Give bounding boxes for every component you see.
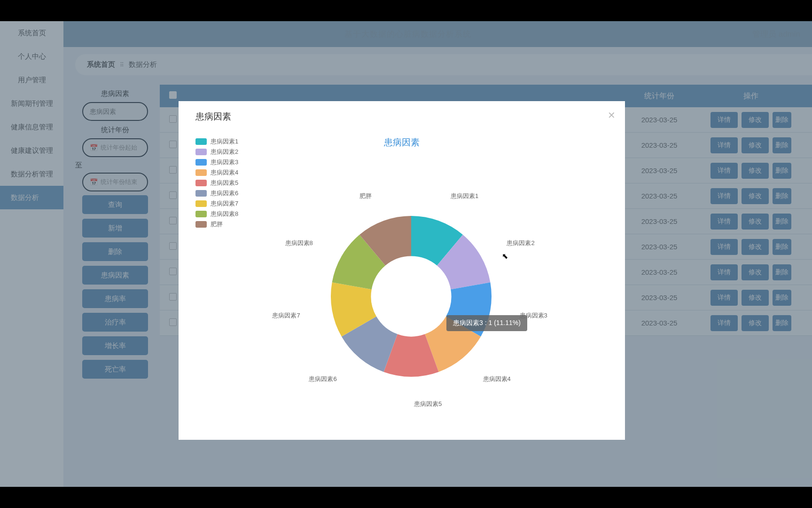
- legend-label: 患病因素6: [211, 189, 238, 198]
- legend-item[interactable]: 患病因素6: [195, 188, 238, 198]
- legend-swatch: [195, 169, 207, 176]
- legend-item[interactable]: 患病因素5: [195, 178, 238, 188]
- legend-item[interactable]: 患病因素7: [195, 198, 238, 209]
- chart-title: 患病因素: [179, 136, 625, 149]
- chart-tooltip: 患病因素3 : 1 (11.11%): [446, 315, 527, 331]
- legend-label: 患病因素5: [211, 179, 238, 187]
- legend-swatch: [195, 221, 207, 228]
- slice-label: 患病因素1: [451, 192, 478, 200]
- slice-label: 患病因素5: [414, 400, 442, 408]
- donut-chart: [322, 207, 500, 386]
- legend-swatch: [195, 190, 207, 197]
- slice-label: 患病因素8: [285, 239, 313, 247]
- legend-swatch: [195, 211, 207, 217]
- legend-label: 患病因素7: [211, 199, 238, 208]
- modal: 患病因素 ✕ 患病因素1患病因素2患病因素3患病因素4患病因素5患病因素6患病因…: [179, 101, 625, 440]
- legend-item[interactable]: 患病因素4: [195, 167, 238, 178]
- legend-label: 患病因素3: [211, 158, 238, 167]
- slice-label: 患病因素4: [483, 375, 511, 383]
- legend-swatch: [195, 159, 207, 166]
- chart-legend: 患病因素1患病因素2患病因素3患病因素4患病因素5患病因素6患病因素7患病因素8…: [195, 136, 238, 230]
- modal-title: 患病因素: [195, 111, 231, 123]
- cursor-icon: ⬉: [502, 252, 508, 261]
- slice-label: 患病因素2: [507, 239, 534, 247]
- legend-label: 患病因素4: [211, 168, 238, 177]
- slice-label: 患病因素3: [520, 311, 547, 320]
- app-frame: 系统首页 个人中心 用户管理 新闻期刊管理 健康信息管理 健康建议管理 数据分析…: [0, 21, 812, 487]
- legend-swatch: [195, 180, 207, 186]
- slice-label: 患病因素7: [272, 311, 300, 320]
- slice-label: 患病因素6: [309, 375, 336, 383]
- legend-label: 患病因素2: [211, 148, 238, 156]
- legend-swatch: [195, 149, 207, 155]
- legend-item[interactable]: 患病因素3: [195, 157, 238, 167]
- legend-label: 肥胖: [211, 220, 223, 229]
- legend-item[interactable]: 患病因素8: [195, 209, 238, 219]
- legend-label: 患病因素8: [211, 210, 238, 218]
- close-icon[interactable]: ✕: [608, 110, 616, 121]
- legend-item[interactable]: 肥胖: [195, 219, 238, 230]
- legend-swatch: [195, 200, 207, 207]
- slice-label: 肥胖: [359, 192, 372, 200]
